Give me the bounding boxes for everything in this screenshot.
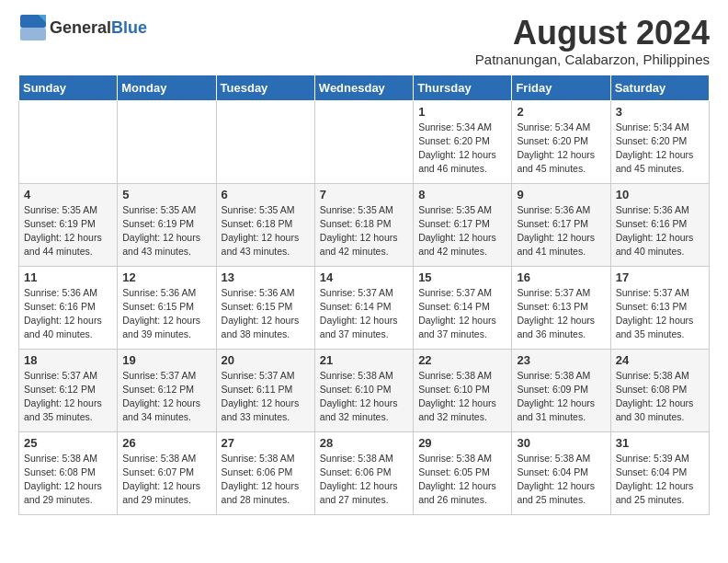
page-header: GeneralBlue August 2024 Patnanungan, Cal… <box>18 15 710 67</box>
calendar-table: SundayMondayTuesdayWednesdayThursdayFrid… <box>18 75 710 515</box>
day-info: Sunrise: 5:38 AM Sunset: 6:05 PM Dayligh… <box>418 452 506 508</box>
logo-general: GeneralBlue <box>50 19 147 37</box>
svg-rect-1 <box>20 28 46 40</box>
calendar-cell: 27Sunrise: 5:38 AM Sunset: 6:06 PM Dayli… <box>216 431 314 514</box>
day-header-thursday: Thursday <box>414 75 512 100</box>
calendar-cell <box>314 100 413 183</box>
day-number: 25 <box>24 436 112 450</box>
day-number: 22 <box>418 353 506 367</box>
day-info: Sunrise: 5:38 AM Sunset: 6:06 PM Dayligh… <box>222 452 310 508</box>
day-info: Sunrise: 5:37 AM Sunset: 6:13 PM Dayligh… <box>616 286 704 342</box>
day-header-saturday: Saturday <box>610 75 709 100</box>
calendar-cell: 29Sunrise: 5:38 AM Sunset: 6:05 PM Dayli… <box>414 431 512 514</box>
day-info: Sunrise: 5:36 AM Sunset: 6:16 PM Dayligh… <box>24 286 112 342</box>
day-info: Sunrise: 5:39 AM Sunset: 6:04 PM Dayligh… <box>616 452 704 508</box>
day-info: Sunrise: 5:37 AM Sunset: 6:13 PM Dayligh… <box>517 286 605 342</box>
calendar-cell <box>19 100 118 183</box>
day-number: 21 <box>320 353 408 367</box>
day-number: 17 <box>616 270 704 284</box>
month-year-title: August 2024 <box>475 15 710 52</box>
day-number: 1 <box>418 105 506 119</box>
day-number: 14 <box>320 270 408 284</box>
day-info: Sunrise: 5:38 AM Sunset: 6:04 PM Dayligh… <box>517 452 605 508</box>
day-info: Sunrise: 5:36 AM Sunset: 6:16 PM Dayligh… <box>616 203 704 259</box>
calendar-week-row: 11Sunrise: 5:36 AM Sunset: 6:16 PM Dayli… <box>19 266 710 349</box>
day-number: 7 <box>320 188 408 201</box>
calendar-cell: 23Sunrise: 5:38 AM Sunset: 6:09 PM Dayli… <box>512 349 610 431</box>
calendar-cell: 13Sunrise: 5:36 AM Sunset: 6:15 PM Dayli… <box>216 266 314 349</box>
day-number: 29 <box>418 436 506 450</box>
calendar-cell: 9Sunrise: 5:36 AM Sunset: 6:17 PM Daylig… <box>512 183 610 266</box>
location-subtitle: Patnanungan, Calabarzon, Philippines <box>475 52 710 67</box>
calendar-cell: 10Sunrise: 5:36 AM Sunset: 6:16 PM Dayli… <box>610 183 709 266</box>
day-info: Sunrise: 5:38 AM Sunset: 6:07 PM Dayligh… <box>122 452 210 508</box>
day-info: Sunrise: 5:38 AM Sunset: 6:10 PM Dayligh… <box>418 369 506 425</box>
calendar-cell: 30Sunrise: 5:38 AM Sunset: 6:04 PM Dayli… <box>512 431 610 514</box>
calendar-cell: 26Sunrise: 5:38 AM Sunset: 6:07 PM Dayli… <box>118 431 216 514</box>
day-number: 16 <box>517 270 605 284</box>
day-info: Sunrise: 5:35 AM Sunset: 6:19 PM Dayligh… <box>122 203 210 259</box>
calendar-week-row: 25Sunrise: 5:38 AM Sunset: 6:08 PM Dayli… <box>19 431 710 514</box>
day-number: 18 <box>24 353 112 367</box>
day-info: Sunrise: 5:38 AM Sunset: 6:08 PM Dayligh… <box>24 452 112 508</box>
day-info: Sunrise: 5:38 AM Sunset: 6:08 PM Dayligh… <box>616 369 704 425</box>
calendar-week-row: 1Sunrise: 5:34 AM Sunset: 6:20 PM Daylig… <box>19 100 710 183</box>
day-info: Sunrise: 5:37 AM Sunset: 6:11 PM Dayligh… <box>222 369 310 425</box>
calendar-cell: 1Sunrise: 5:34 AM Sunset: 6:20 PM Daylig… <box>414 100 512 183</box>
day-number: 3 <box>616 105 704 119</box>
day-info: Sunrise: 5:37 AM Sunset: 6:14 PM Dayligh… <box>320 286 408 342</box>
calendar-cell: 6Sunrise: 5:35 AM Sunset: 6:18 PM Daylig… <box>216 183 314 266</box>
day-number: 24 <box>616 353 704 367</box>
day-info: Sunrise: 5:35 AM Sunset: 6:17 PM Dayligh… <box>418 203 506 259</box>
day-number: 31 <box>616 436 704 450</box>
day-info: Sunrise: 5:35 AM Sunset: 6:18 PM Dayligh… <box>320 203 408 259</box>
day-number: 2 <box>517 105 605 119</box>
day-number: 26 <box>122 436 210 450</box>
day-number: 4 <box>24 188 112 201</box>
logo: GeneralBlue <box>18 15 147 40</box>
day-number: 11 <box>24 270 112 284</box>
day-info: Sunrise: 5:37 AM Sunset: 6:14 PM Dayligh… <box>418 286 506 342</box>
calendar-cell: 14Sunrise: 5:37 AM Sunset: 6:14 PM Dayli… <box>314 266 413 349</box>
calendar-cell: 11Sunrise: 5:36 AM Sunset: 6:16 PM Dayli… <box>19 266 118 349</box>
day-number: 10 <box>616 188 704 201</box>
calendar-cell: 17Sunrise: 5:37 AM Sunset: 6:13 PM Dayli… <box>610 266 709 349</box>
title-block: August 2024 Patnanungan, Calabarzon, Phi… <box>475 15 710 67</box>
day-number: 19 <box>122 353 210 367</box>
day-number: 20 <box>222 353 310 367</box>
day-info: Sunrise: 5:34 AM Sunset: 6:20 PM Dayligh… <box>517 121 605 177</box>
day-number: 12 <box>122 270 210 284</box>
day-number: 6 <box>222 188 310 201</box>
calendar-cell: 31Sunrise: 5:39 AM Sunset: 6:04 PM Dayli… <box>610 431 709 514</box>
day-info: Sunrise: 5:37 AM Sunset: 6:12 PM Dayligh… <box>122 369 210 425</box>
day-info: Sunrise: 5:38 AM Sunset: 6:09 PM Dayligh… <box>517 369 605 425</box>
calendar-cell <box>118 100 216 183</box>
day-number: 28 <box>320 436 408 450</box>
calendar-cell: 5Sunrise: 5:35 AM Sunset: 6:19 PM Daylig… <box>118 183 216 266</box>
day-info: Sunrise: 5:36 AM Sunset: 6:17 PM Dayligh… <box>517 203 605 259</box>
day-info: Sunrise: 5:35 AM Sunset: 6:18 PM Dayligh… <box>222 203 310 259</box>
calendar-header-row: SundayMondayTuesdayWednesdayThursdayFrid… <box>19 75 710 100</box>
calendar-cell: 24Sunrise: 5:38 AM Sunset: 6:08 PM Dayli… <box>610 349 709 431</box>
calendar-cell: 15Sunrise: 5:37 AM Sunset: 6:14 PM Dayli… <box>414 266 512 349</box>
calendar-cell: 16Sunrise: 5:37 AM Sunset: 6:13 PM Dayli… <box>512 266 610 349</box>
day-number: 23 <box>517 353 605 367</box>
day-header-sunday: Sunday <box>19 75 118 100</box>
day-number: 5 <box>122 188 210 201</box>
day-info: Sunrise: 5:34 AM Sunset: 6:20 PM Dayligh… <box>616 121 704 177</box>
calendar-cell: 12Sunrise: 5:36 AM Sunset: 6:15 PM Dayli… <box>118 266 216 349</box>
day-number: 27 <box>222 436 310 450</box>
calendar-cell: 2Sunrise: 5:34 AM Sunset: 6:20 PM Daylig… <box>512 100 610 183</box>
day-number: 30 <box>517 436 605 450</box>
calendar-cell: 25Sunrise: 5:38 AM Sunset: 6:08 PM Dayli… <box>19 431 118 514</box>
day-header-monday: Monday <box>118 75 216 100</box>
day-info: Sunrise: 5:34 AM Sunset: 6:20 PM Dayligh… <box>418 121 506 177</box>
calendar-cell: 28Sunrise: 5:38 AM Sunset: 6:06 PM Dayli… <box>314 431 413 514</box>
calendar-cell: 3Sunrise: 5:34 AM Sunset: 6:20 PM Daylig… <box>610 100 709 183</box>
calendar-cell: 21Sunrise: 5:38 AM Sunset: 6:10 PM Dayli… <box>314 349 413 431</box>
day-number: 13 <box>222 270 310 284</box>
day-header-friday: Friday <box>512 75 610 100</box>
day-number: 9 <box>517 188 605 201</box>
day-number: 15 <box>418 270 506 284</box>
day-info: Sunrise: 5:38 AM Sunset: 6:06 PM Dayligh… <box>320 452 408 508</box>
